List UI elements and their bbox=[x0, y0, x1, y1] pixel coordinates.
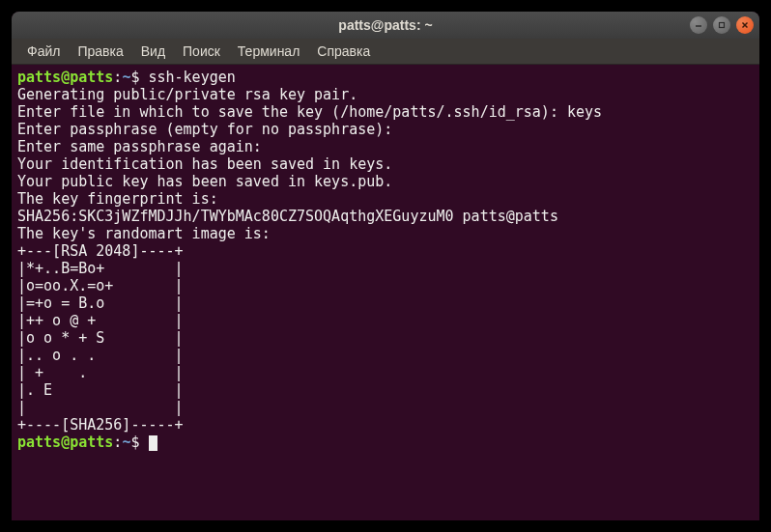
output-line: |*+..B=Bo+ | bbox=[17, 260, 184, 277]
output-line: The key fingerprint is: bbox=[17, 190, 218, 208]
prompt-user: patts@patts bbox=[17, 69, 113, 86]
output-line: |++ o @ + | bbox=[17, 312, 184, 329]
menubar: Файл Правка Вид Поиск Терминал Справка bbox=[12, 39, 759, 65]
output-line: | + . | bbox=[17, 364, 184, 381]
menu-view[interactable]: Вид bbox=[133, 40, 173, 63]
window-title: patts@patts: ~ bbox=[338, 17, 432, 33]
output-line: +---[RSA 2048]----+ bbox=[17, 242, 184, 260]
output-line: The key's randomart image is: bbox=[17, 225, 271, 242]
close-icon bbox=[741, 21, 749, 29]
titlebar: patts@patts: ~ bbox=[12, 12, 759, 39]
output-line: |o=oo.X.=o+ | bbox=[17, 277, 184, 294]
maximize-button[interactable] bbox=[713, 16, 730, 34]
menu-search[interactable]: Поиск bbox=[175, 40, 228, 63]
output-line: SHA256:SKC3jWZfMDJJh/TWYbMAc80CZ7SOQAqth… bbox=[17, 208, 558, 225]
output-line: | | bbox=[17, 399, 184, 416]
output-line: Your public key has been saved in keys.p… bbox=[17, 173, 392, 190]
minimize-button[interactable] bbox=[690, 16, 707, 34]
output-line: Enter same passphrase again: bbox=[17, 138, 262, 155]
cursor bbox=[149, 435, 157, 451]
output-line: |.. o . . | bbox=[17, 347, 184, 364]
menu-file[interactable]: Файл bbox=[19, 40, 68, 63]
menu-terminal[interactable]: Терминал bbox=[230, 40, 307, 63]
output-line: Generating public/private rsa key pair. bbox=[17, 86, 357, 103]
output-line: +----[SHA256]-----+ bbox=[17, 416, 184, 434]
terminal-window: patts@patts: ~ Файл Правка Вид Поиск Тер… bbox=[12, 12, 759, 520]
terminal-body[interactable]: patts@patts:~$ ssh-keygen Generating pub… bbox=[12, 65, 759, 520]
prompt-symbol: $ bbox=[130, 69, 139, 86]
output-line: Enter passphrase (empty for no passphras… bbox=[17, 121, 392, 138]
prompt-user: patts@patts bbox=[17, 434, 113, 451]
svg-rect-1 bbox=[720, 23, 725, 28]
close-button[interactable] bbox=[736, 16, 754, 34]
output-line: |=+o = B.o | bbox=[17, 294, 184, 312]
command-text: ssh-keygen bbox=[148, 69, 235, 86]
menu-help[interactable]: Справка bbox=[309, 40, 378, 63]
output-line: Enter file in which to save the key (/ho… bbox=[17, 103, 602, 121]
output-line: Your identification has been saved in ke… bbox=[17, 155, 392, 173]
window-controls bbox=[690, 16, 754, 34]
maximize-icon bbox=[718, 21, 726, 29]
output-line: |o o * + S | bbox=[17, 329, 184, 347]
prompt-symbol: $ bbox=[130, 434, 139, 451]
output-line: |. E | bbox=[17, 381, 184, 399]
minimize-icon bbox=[695, 21, 702, 29]
menu-edit[interactable]: Правка bbox=[70, 40, 130, 63]
